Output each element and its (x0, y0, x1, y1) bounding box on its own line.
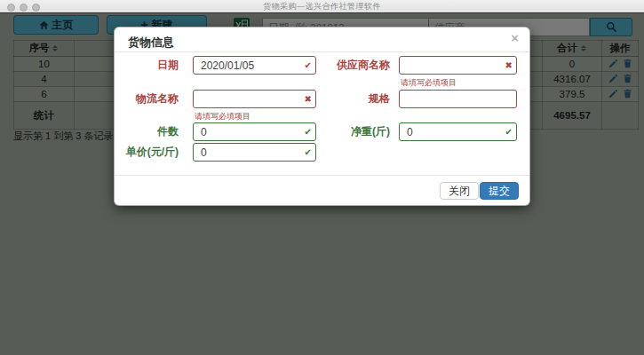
supplier-field: ✖ (399, 56, 517, 75)
net-weight-input[interactable] (399, 122, 517, 141)
supplier-name-input[interactable] (399, 56, 517, 75)
pieces-field: ✔ (193, 122, 316, 141)
logistics-required-hint: 请填写必填项目 (195, 111, 250, 122)
close-window-icon[interactable] (7, 4, 15, 12)
spec-field (399, 90, 517, 108)
modal-footer-divider (115, 175, 529, 176)
spec-field-label: 规格 (319, 90, 390, 108)
unit-price-field-label: 单价(元/斤) (115, 143, 179, 162)
close-icon[interactable]: × (511, 31, 519, 45)
window-title: 货物采购—远兴合作社管理软件 (0, 0, 644, 12)
submit-button[interactable]: 提交 (480, 182, 519, 200)
logistics-field-label: 物流名称 (115, 90, 179, 108)
unit-price-input[interactable] (193, 143, 316, 162)
minimize-window-icon[interactable] (20, 4, 28, 12)
supplier-required-hint: 请填写必填项目 (401, 77, 457, 89)
pieces-input[interactable] (193, 122, 316, 141)
pieces-field-label: 件数 (115, 122, 179, 141)
logistics-name-input[interactable] (193, 90, 316, 108)
spec-input[interactable] (399, 90, 517, 108)
supplier-field-label: 供应商名称 (319, 56, 390, 75)
window-titlebar: 货物采购—远兴合作社管理软件 (0, 0, 644, 12)
date-field-label: 日期 (115, 56, 179, 75)
zoom-window-icon[interactable] (32, 4, 40, 12)
modal-header-divider (115, 51, 529, 52)
close-button[interactable]: 关闭 (440, 182, 479, 200)
window-traffic-lights[interactable] (7, 4, 40, 12)
date-input[interactable] (193, 56, 316, 75)
logistics-field: ✖ (193, 90, 316, 108)
cargo-info-modal: 货物信息 × 日期 ✔ 供应商名称 ✖ 请填写必填项目 物流名称 ✖ 请填写必填… (114, 27, 530, 206)
unit-price-field: ✔ (193, 143, 316, 162)
modal-title: 货物信息 (128, 35, 174, 51)
date-field: ✔ (193, 56, 316, 75)
net-weight-field: ✔ (399, 122, 517, 141)
net-weight-field-label: 净重(斤) (319, 122, 390, 141)
